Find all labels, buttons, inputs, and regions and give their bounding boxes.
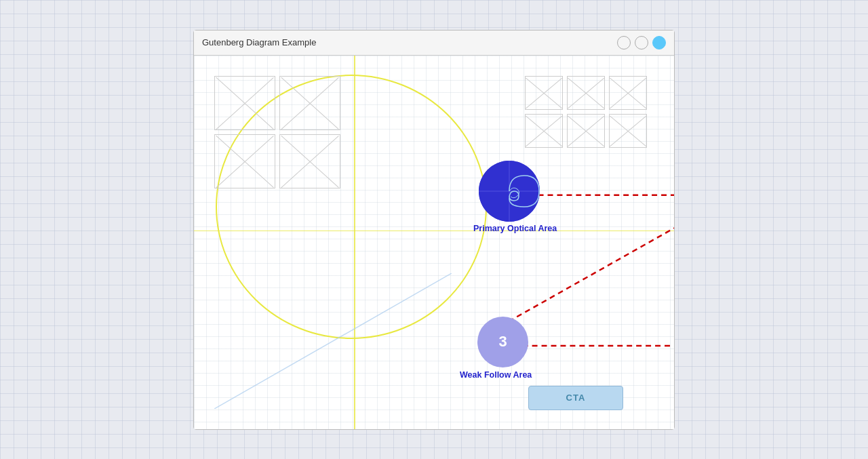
wf-tr-6 xyxy=(609,114,647,148)
wireframe-top-right xyxy=(525,76,647,186)
cta-label: CTA xyxy=(566,393,586,403)
title-bar: Gutenberg Diagram Example xyxy=(194,31,674,56)
window-control-3[interactable] xyxy=(652,36,666,49)
main-window: Gutenberg Diagram Example xyxy=(193,30,675,430)
window-control-2[interactable] xyxy=(635,36,648,49)
diagram-content: Primary Optical Area 2 Strong Follow Are… xyxy=(194,56,674,429)
wf-tr-5 xyxy=(567,114,605,148)
node-3-number: 3 xyxy=(498,333,507,351)
wf-tr-3 xyxy=(609,76,647,110)
window-control-1[interactable] xyxy=(617,36,631,49)
node-primary-optical[interactable] xyxy=(479,161,540,222)
wf-tl-3 xyxy=(214,134,275,188)
wf-tl-2 xyxy=(279,76,340,130)
wf-tr-4 xyxy=(525,114,563,148)
wf-tl-4 xyxy=(279,134,340,188)
wireframe-top-left xyxy=(214,76,340,188)
window-controls xyxy=(617,36,666,49)
label-weak-follow: Weak Follow Area xyxy=(460,370,532,380)
window-title: Gutenberg Diagram Example xyxy=(202,37,316,47)
wf-tl-1 xyxy=(214,76,275,130)
cta-button[interactable]: CTA xyxy=(528,386,623,410)
wf-tr-2 xyxy=(567,76,605,110)
wf-tr-1 xyxy=(525,76,563,110)
node-weak-follow[interactable]: 3 xyxy=(477,317,528,367)
label-primary-optical: Primary Optical Area xyxy=(473,224,557,233)
